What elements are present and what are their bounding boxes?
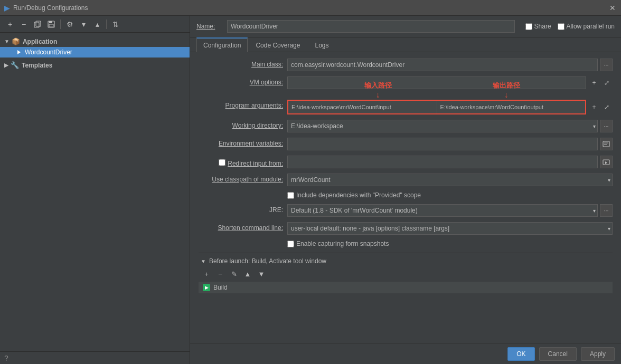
before-launch-edit-button[interactable]: ✎ [228, 268, 240, 280]
before-launch-header: ▼ Before launch: Build, Activate tool wi… [199, 257, 613, 265]
tree-group-application-label: Application [23, 38, 57, 45]
working-directory-select[interactable]: E:\idea-workspace [287, 120, 598, 132]
include-dependencies-label: Include dependencies with "Provided" sco… [296, 191, 421, 199]
before-launch-down-button[interactable]: ▼ [256, 268, 267, 280]
left-bottom-status: ? [0, 351, 190, 364]
before-launch-up-button[interactable]: ▲ [242, 268, 253, 280]
arrow-down-button[interactable]: ▾ [78, 18, 89, 30]
classpath-module-select[interactable]: mrWordCount [287, 174, 613, 186]
toolbar-separator [60, 20, 61, 29]
before-launch-section: ▼ Before launch: Build, Activate tool wi… [199, 253, 613, 293]
before-launch-toolbar: + − ✎ ▲ ▼ [199, 268, 613, 280]
shorten-command-select[interactable]: user-local default: none - java [options… [287, 222, 613, 235]
enable-capturing-checkbox[interactable] [287, 241, 294, 247]
svg-marker-11 [605, 161, 607, 164]
title-bar: ▶ Run/Debug Configurations ✕ [0, 0, 621, 16]
before-launch-add-button[interactable]: + [201, 268, 212, 280]
annotation-output-path: 输出路径 [493, 81, 520, 90]
remove-button[interactable]: − [18, 18, 30, 30]
svg-rect-3 [49, 21, 52, 23]
before-launch-expand-icon: ▼ [201, 258, 206, 264]
working-directory-label: Working directory: [199, 120, 283, 129]
working-directory-browse-button[interactable]: ··· [600, 120, 613, 132]
before-launch-remove-button[interactable]: − [214, 268, 226, 280]
jre-control: Default (1.8 - SDK of 'mrWordCount' modu… [287, 204, 613, 217]
tab-logs[interactable]: Logs [308, 37, 335, 52]
include-dependencies-row: Include dependencies with "Provided" sco… [287, 191, 613, 199]
share-checkbox[interactable] [525, 23, 532, 30]
program-arguments-control: + ⤢ [287, 100, 613, 114]
tree-item-wordcountdriver[interactable]: WordcountDriver [0, 47, 190, 58]
apply-button[interactable]: Apply [581, 347, 615, 361]
save-button[interactable] [45, 18, 57, 30]
enable-capturing-row: Enable capturing form snapshots [287, 240, 613, 247]
program-argument-2-input[interactable] [437, 101, 586, 113]
jre-browse-button[interactable]: ··· [600, 204, 613, 217]
name-input[interactable] [227, 20, 515, 33]
tree-group-application-header[interactable]: ▼ 📦 Application [0, 36, 190, 47]
main-class-row: Main class: ··· [199, 59, 613, 71]
main-class-input[interactable] [287, 59, 598, 71]
toolbar: + − ⚙ ▾ ▴ ⇅ [0, 16, 190, 33]
settings-button[interactable]: ⚙ [64, 18, 76, 30]
tab-code-coverage[interactable]: Code Coverage [249, 37, 307, 52]
program-argument-1-input[interactable] [288, 101, 437, 113]
allow-parallel-checkbox[interactable] [558, 23, 564, 30]
prog-args-btns: + ⤢ [588, 101, 613, 113]
copy-button[interactable] [32, 18, 43, 30]
jre-select[interactable]: Default (1.8 - SDK of 'mrWordCount' modu… [287, 204, 598, 217]
main-class-control: ··· [287, 59, 613, 71]
program-arguments-inputs [287, 100, 586, 114]
redirect-input-browse-button[interactable] [600, 156, 613, 168]
help-icon[interactable]: ? [4, 354, 8, 362]
jre-select-wrapper: Default (1.8 - SDK of 'mrWordCount' modu… [287, 204, 598, 217]
svg-rect-7 [603, 141, 609, 147]
prog-args-expand-button[interactable]: ⤢ [601, 101, 613, 113]
add-button[interactable]: + [4, 18, 16, 30]
close-icon[interactable]: ✕ [609, 4, 617, 12]
working-directory-row: Working directory: E:\idea-workspace ▾ ·… [199, 120, 613, 132]
redirect-input-checkbox[interactable] [219, 158, 225, 167]
main-layout: + − ⚙ ▾ ▴ ⇅ [0, 16, 621, 364]
program-arguments-row: 输入路径 ↓ 输出路径 ↓ Program arguments: + [199, 81, 613, 114]
shorten-command-row: Shorten command line: user-local default… [199, 222, 613, 235]
config-panel: Main class: ··· VM options: + ⤢ [190, 52, 621, 343]
app-icon: ▶ [4, 4, 10, 12]
allow-parallel-label: Allow parallel run [567, 23, 615, 30]
sort-button[interactable]: ⇅ [110, 18, 121, 30]
name-label: Name: [196, 23, 223, 30]
environment-variables-browse-button[interactable] [600, 138, 613, 150]
classpath-module-label: Use classpath of module: [199, 174, 283, 183]
shorten-command-label: Shorten command line: [199, 222, 283, 232]
annotation-input-path: 输入路径 [364, 81, 392, 90]
cancel-button[interactable]: Cancel [539, 347, 577, 361]
build-item[interactable]: ▶ Build [199, 282, 613, 293]
share-label: Share [534, 23, 551, 30]
arrow-up-button[interactable]: ▴ [91, 18, 103, 30]
jre-row: JRE: Default (1.8 - SDK of 'mrWordCount'… [199, 204, 613, 217]
redirect-input-label: Redirect input from: [228, 158, 283, 167]
tree-expand-application: ▼ [4, 39, 10, 44]
title-bar-left: ▶ Run/Debug Configurations [4, 4, 88, 12]
app-run-icon [15, 49, 22, 56]
environment-variables-label: Environment variables: [199, 138, 283, 147]
prog-args-add-button[interactable]: + [588, 101, 600, 113]
before-launch-title: Before launch: Build, Activate tool wind… [209, 257, 326, 265]
share-option: Share [525, 23, 551, 30]
tree-group-templates-header[interactable]: ▶ 🔧 Templates [0, 60, 190, 71]
main-class-browse-button[interactable]: ··· [600, 59, 613, 71]
name-row: Name: Share Allow parallel run [190, 16, 621, 37]
build-icon: ▶ [203, 284, 210, 291]
redirect-input-field[interactable] [287, 156, 598, 168]
toolbar-separator-2 [106, 20, 107, 29]
redirect-input-row: Redirect input from: [199, 156, 613, 168]
environment-variables-control [287, 138, 613, 150]
tree-item-wordcountdriver-label: WordcountDriver [25, 49, 72, 56]
environment-variables-input[interactable] [287, 138, 598, 150]
classpath-module-select-wrapper: mrWordCount ▾ [287, 174, 613, 186]
include-dependencies-checkbox[interactable] [287, 192, 294, 199]
tab-configuration[interactable]: Configuration [196, 37, 248, 52]
dialog-buttons: OK Cancel Apply [190, 343, 621, 364]
tree-group-templates-label: Templates [22, 62, 52, 69]
ok-button[interactable]: OK [507, 347, 534, 361]
